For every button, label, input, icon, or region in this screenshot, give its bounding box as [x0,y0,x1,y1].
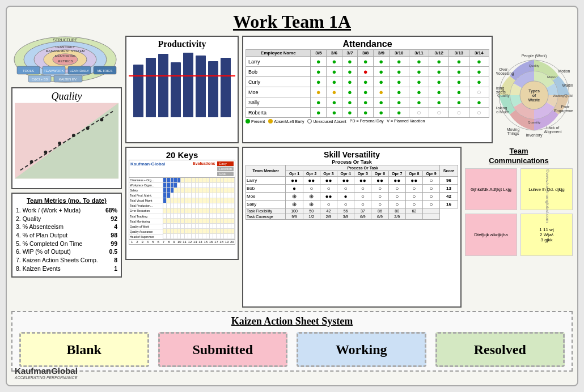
key-num-10: 10 [177,240,182,244]
svg-text:TEAMWORK: TEAMWORK [44,69,64,73]
svg-point-25 [30,160,33,164]
skill-cell-1-0: ● [286,185,303,193]
metric-item: 5. % Completed On Time99 [16,240,117,248]
att-cell-5-7: ○ [429,108,449,118]
skill-footer-val-1-5: 6/9 [371,214,388,220]
att-cell-4-6: ● [409,97,429,108]
key-num-19: 19 [224,240,229,244]
key-num-8: 8 [166,240,171,244]
key-cell-4-19 [231,198,235,203]
bar-6 [208,61,218,117]
skill-footer-val-0-0: 100 [286,208,303,214]
skill-row-3: Sally⊕⊕○○○○○○○16 [246,201,458,208]
skill-footer-0: Task Flexibility10050425637868062 [246,208,458,214]
key-num-15: 15 [203,240,208,244]
metric-item: 7. Kaizen Action Sheets Comp.8 [16,256,117,265]
att-row-0: Larry●●●●●●●●●● [246,57,489,67]
keys-row-4 [163,198,235,203]
skill-cell-3-5: ○ [371,201,388,208]
skill-footer-val-1-4: 6/9 [354,214,371,220]
att-cell-4-9: ● [469,97,489,108]
skill-task-0: Opr 1 [286,171,303,177]
waste-wheel-box: Types of Waste People (Work) Motion Wait… [496,36,573,143]
kaizen-card-submitted: Submitted [158,332,288,367]
svg-point-29 [86,126,90,130]
att-cell-4-0: ● [311,97,327,108]
skill-cell-3-3: ○ [337,201,354,208]
key-cell-10-19 [231,229,235,233]
twenty-keys-box: 20 Keys Kaufman·Global Evaluations Easy … [125,147,239,260]
att-cell-3-0: ● [311,87,327,97]
bar-chart [129,49,235,117]
key-num-14: 14 [198,240,203,244]
att-row-5: Roberta●●●●●●○○○○ [246,108,489,118]
skill-table: Team MemberProcess Or TaskScoreOpr 1Opr … [246,165,458,220]
skill-task-8: Opr 9 [422,171,439,177]
svg-text:Quantity: Quantity [528,121,540,124]
svg-point-28 [72,134,75,137]
svg-point-27 [58,142,61,145]
skill-cell-3-0: ⊕ [286,201,303,208]
att-cell-1-8: ● [449,67,469,77]
key-num-4: 4 [145,240,150,244]
skill-footer-val-0-2: 42 [320,208,337,214]
att-cell-1-3: ● [358,67,374,77]
skill-footer-empty-1 [422,214,439,220]
team-metrics-box: Team Metrics (mo. To date) 1. Work / (Wo… [11,193,122,278]
skill-cell-3-7: ○ [405,201,422,208]
att-cell-1-5: ● [389,67,409,77]
skill-footer-val-0-7: 62 [405,208,422,214]
svg-text:Poor: Poor [561,105,570,109]
skill-cell-0-0: ●● [286,177,303,185]
keys-row-0 [163,178,235,183]
svg-text:MENTORING: MENTORING [55,54,76,58]
skill-task-4: Opr 5 [354,171,371,177]
svg-text:Quality: Quality [529,64,540,67]
att-name-1: Bob [246,67,311,77]
skill-cell-2-1: ⊕ [303,193,320,201]
att-cell-3-6: ● [409,87,429,97]
goal-line [129,75,235,76]
skill-cell-1-1: ○ [303,185,320,193]
productivity-title: Productivity [129,39,235,49]
skill-task-1: Opr 2 [303,171,320,177]
svg-text:LEAN DAILY: LEAN DAILY [56,45,75,49]
att-cell-2-7: ● [429,77,449,87]
skill-task-5: Opr 6 [371,171,388,177]
svg-point-30 [100,118,103,121]
att-col-2: 3/6 [327,50,342,57]
metrics-list: 1. Work / (Work + Muda)68%2. Quality923.… [16,206,117,273]
key-num-13: 13 [193,240,198,244]
attendance-table: Employee Name3/53/63/73/83/93/103/113/12… [246,49,489,118]
sticky-notes-grid: Gjhkdfdk Adfjkjt Lkjg Luhve lh Dd. djkjg… [465,168,573,256]
att-name-4: Sally [246,97,311,108]
skill-footer-val-1-1: 1/2 [303,214,320,220]
key-cell-9-19 [231,224,235,228]
keys-row-9 [163,224,235,229]
svg-text:Motion: Motion [547,75,557,79]
att-cell-0-2: ● [342,57,358,67]
skill-member-0: Larry [246,177,286,185]
kaizen-card-submitted-wrapper: Submitted [158,332,288,367]
twenty-keys-inner: Kaufman·Global Evaluations Easy Location… [129,160,235,245]
skill-cell-3-4: ○ [354,201,371,208]
keys-header: Kaufman·Global Evaluations Easy Location… [129,160,235,178]
svg-point-26 [44,151,47,154]
skill-cell-2-4: ○ [354,193,371,201]
skill-cell-0-4: ●● [354,177,371,185]
skill-cell-0-8: ○ [422,177,439,185]
svg-text:Motion: Motion [558,69,570,73]
keys-numbers: 1234567891011121314151617181920 [129,239,235,244]
att-cell-2-2: ● [342,77,358,87]
attendance-legend: Present Absent/Left Early Unexcused Abse… [246,119,489,123]
skill-col-member: Team Member [246,165,286,177]
skill-footer-val-1-2: 2/9 [320,214,337,220]
att-cell-2-8: ● [449,77,469,87]
metric-item: 2. Quality92 [16,215,117,223]
key-num-16: 16 [208,240,213,244]
kaizen-card-resolved: Resolved [435,332,565,367]
skill-task-7: Opr 8 [405,171,422,177]
skill-footer-val-1-7 [405,214,422,220]
team-comm-box: TeamCommunications Gjhkdfdk Adfjkjt Lkjg… [465,147,573,308]
skill-cell-0-6: ●● [388,177,405,185]
